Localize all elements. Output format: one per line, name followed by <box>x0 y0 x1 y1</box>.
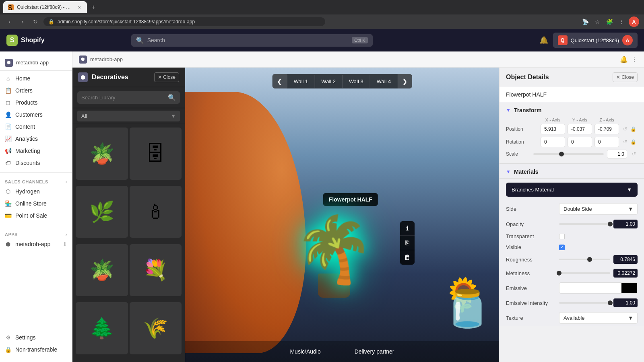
rotation-x-input[interactable]: 0 <box>541 137 565 147</box>
copy-btn[interactable]: ⎘ <box>400 236 415 250</box>
main-area: ⬢ metadrob-app ⌂ Home 📋 Orders ◻ Product… <box>0 51 644 362</box>
address-bar[interactable]: 🔒 admin.shopify.com/store/quickstart-12f… <box>43 17 325 26</box>
cast-button[interactable]: 📡 <box>580 17 590 27</box>
plant-3d-model[interactable]: 🌴 <box>294 217 374 282</box>
bookmark-button[interactable]: ☆ <box>592 17 602 27</box>
sidebar-item-metadrob[interactable]: ⬢ metadrob-app ⬇ <box>0 238 72 250</box>
delete-btn[interactable]: 🗑 <box>400 250 415 265</box>
notification-bell-icon[interactable]: 🔔 <box>539 36 548 45</box>
list-item[interactable]: 🌲 <box>76 302 128 354</box>
metalness-value-input[interactable]: 0.02272 <box>613 269 638 278</box>
sidebar-footer: ⚙ Settings 🔒 Non-transferable <box>0 328 72 359</box>
shopify-logo: S Shopify <box>6 35 45 46</box>
reload-button[interactable]: ↻ <box>31 17 40 27</box>
wall-nav-next[interactable]: ❯ <box>397 74 412 88</box>
visible-checkbox[interactable]: ✓ <box>559 245 565 250</box>
breadcrumb-more-icon[interactable]: ⋮ <box>631 56 638 63</box>
sidebar-item-online-store[interactable]: 🏪 Online Store <box>0 197 72 210</box>
wall-tab-2[interactable]: Wall 2 <box>314 75 342 88</box>
music-audio-label[interactable]: Music/Audio <box>285 346 325 357</box>
od-transform-header[interactable]: ▼ Transform <box>506 107 638 113</box>
roughness-value-input[interactable]: 0.7846 <box>613 255 638 264</box>
list-item[interactable]: 💐 <box>130 244 182 296</box>
sidebar-item-discounts[interactable]: 🏷 Discounts <box>0 157 72 169</box>
list-item[interactable]: 🪴 <box>76 244 128 296</box>
scale-reset-button[interactable]: ↺ <box>630 150 638 158</box>
sidebar-item-analytics[interactable]: 📈 Analytics <box>0 133 72 145</box>
wall-tab-3[interactable]: Wall 3 <box>342 75 370 88</box>
sidebar-item-products[interactable]: ◻ Products <box>0 97 72 109</box>
sidebar-item-customers[interactable]: 👤 Customers <box>0 109 72 121</box>
rotation-z-input[interactable]: 0 <box>594 137 619 147</box>
new-tab-button[interactable]: + <box>89 2 98 12</box>
list-item[interactable]: 🌿 <box>76 186 128 238</box>
od-materials-header[interactable]: ▼ Materials <box>500 164 644 179</box>
sidebar-item-orders[interactable]: 📋 Orders <box>0 84 72 97</box>
search-input-wrap[interactable]: 🔍 <box>77 91 180 104</box>
library-search-input[interactable] <box>81 95 165 101</box>
rotation-reset-button[interactable]: ↺ <box>621 138 629 146</box>
browser-menu-button[interactable]: ⋮ <box>617 17 626 27</box>
wall-nav-prev[interactable]: ❮ <box>272 74 287 88</box>
sidebar-item-point-of-sale[interactable]: 💳 Point of Sale <box>0 210 72 222</box>
material-dropdown[interactable]: Branches Material ▼ <box>506 183 638 197</box>
wall-tab-1[interactable]: Wall 1 <box>287 75 315 88</box>
emissive-color-preview[interactable] <box>559 282 638 294</box>
panel-search: 🔍 <box>72 87 185 108</box>
sales-channels-arrow: › <box>66 179 68 185</box>
sidebar-item-content[interactable]: 📄 Content <box>0 121 72 133</box>
sidebar-settings[interactable]: ⚙ Settings <box>0 331 72 343</box>
position-x-input[interactable]: 5.913 <box>541 124 565 134</box>
back-button[interactable]: ‹ <box>5 17 14 27</box>
position-reset-button[interactable]: ↺ <box>621 125 629 133</box>
list-item[interactable]: 🪴 <box>76 128 128 180</box>
sidebar-item-home[interactable]: ⌂ Home <box>0 72 72 84</box>
wall-navigation: ❮ Wall 1 Wall 2 Wall 3 Wall 4 ❯ <box>272 74 412 88</box>
list-item[interactable]: 🗄 <box>130 128 182 180</box>
profile-avatar[interactable]: A <box>622 35 633 45</box>
sidebar-item-home-label: Home <box>15 75 30 82</box>
filter-dropdown[interactable]: All ▼ <box>77 111 180 121</box>
opacity-slider-row: 1.00 <box>559 220 638 228</box>
opacity-value-input[interactable]: 1.00 <box>613 220 638 228</box>
sidebar-item-marketing[interactable]: 📢 Marketing <box>0 145 72 157</box>
scale-value-input[interactable]: 1.0 <box>607 150 627 158</box>
position-lock-button[interactable]: 🔒 <box>630 125 637 133</box>
delivery-partner-label[interactable]: Delivery partner <box>350 346 399 357</box>
list-item[interactable]: 🌾 <box>130 302 182 354</box>
sidebar-item-hydrogen[interactable]: ⬡ Hydrogen <box>0 185 72 197</box>
roughness-slider[interactable] <box>559 259 610 260</box>
emissive-intensity-row: Emissive Intensity 1.00 <box>500 296 644 310</box>
rotation-y-input[interactable]: 0 <box>568 137 592 147</box>
opacity-slider[interactable] <box>559 223 610 225</box>
position-z-input[interactable]: -0.709 <box>594 124 619 134</box>
forward-button[interactable]: › <box>18 17 27 27</box>
sidebar-item-metadrob-label: metadrob-app <box>15 241 50 247</box>
wall-tab-4[interactable]: Wall 4 <box>370 75 398 88</box>
metalness-slider[interactable] <box>559 272 610 274</box>
texture-available-dropdown[interactable]: Available ▼ <box>559 312 638 324</box>
position-y-input[interactable]: -0.037 <box>568 124 592 134</box>
item-flower-pot-icon: 🪴 <box>89 142 114 165</box>
object-detail-btn[interactable]: ℹ <box>400 221 415 236</box>
store-avatar: Q <box>558 35 568 45</box>
store-badge[interactable]: Q Quickstart (12ff88c9) A <box>553 33 638 48</box>
list-item[interactable]: 🕯 <box>130 186 182 238</box>
panel-close-button[interactable]: ✕ Close <box>154 72 179 82</box>
od-close-button[interactable]: ✕ Close <box>613 72 638 82</box>
extensions-button[interactable]: 🧩 <box>605 17 614 27</box>
search-input[interactable] <box>147 37 349 43</box>
rotation-lock-button[interactable]: 🔒 <box>630 138 637 146</box>
active-tab[interactable]: S Quickstart (12ff88c9) - meta... ✕ <box>3 1 87 13</box>
emissive-intensity-slider[interactable] <box>559 302 610 304</box>
sidebar-non-transferable[interactable]: 🔒 Non-transferable <box>0 343 72 356</box>
tab-close-button[interactable]: ✕ <box>76 4 82 10</box>
header-search-bar[interactable]: 🔍 Ctrl K <box>131 34 373 47</box>
side-dropdown[interactable]: Double Side ▼ <box>559 203 638 215</box>
content-area: ⬢ metadrob-app 🔔 ⋮ ⬢ Decoratives ✕ Close <box>72 51 644 362</box>
scale-slider[interactable] <box>533 153 604 155</box>
metadrob-download-icon: ⬇ <box>62 241 67 247</box>
emissive-intensity-value-input[interactable]: 1.00 <box>613 298 638 307</box>
browser-profile-avatar[interactable]: A <box>629 16 639 27</box>
transparent-checkbox[interactable] <box>559 234 565 239</box>
